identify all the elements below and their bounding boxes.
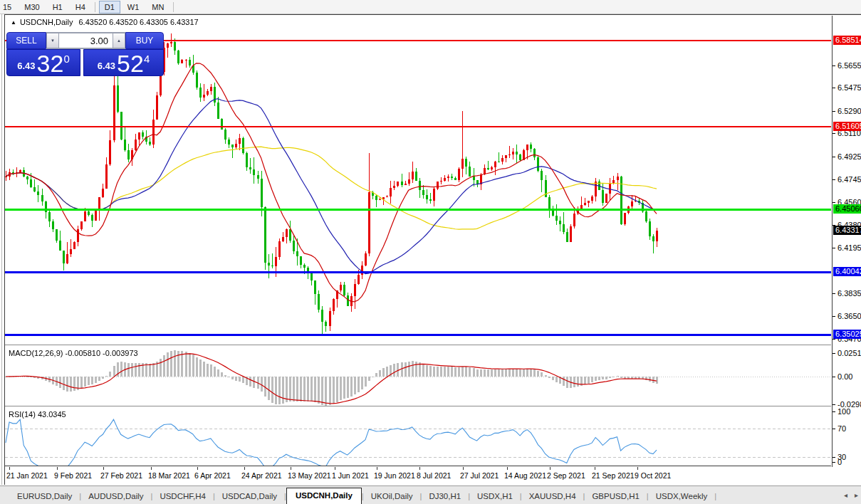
timeframe-button-m30[interactable]: M30 bbox=[19, 1, 45, 14]
tab-xauusd-h4[interactable]: XAUUSD,H4 bbox=[522, 489, 583, 504]
buy-price-big: 52 bbox=[117, 53, 144, 74]
date-tick-label: 2 Sep 2021 bbox=[547, 471, 585, 480]
price-tick bbox=[833, 88, 835, 88]
date-tick-label: 21 Sep 2021 bbox=[592, 471, 635, 480]
date-tick-label: 13 May 2021 bbox=[288, 471, 331, 480]
price-tick-label: 6.41950 bbox=[837, 243, 861, 252]
one-click-trading-panel: SELL ▼ ▲ BUY 6.43 32 0 6.43 52 4 bbox=[6, 32, 164, 76]
date-tick bbox=[9, 467, 10, 470]
chart-window: ▲ USDCNH,Daily 6.43520 6.43520 6.43305 6… bbox=[4, 14, 861, 485]
date-tick-label: 19 Jun 2021 bbox=[374, 471, 415, 480]
price-tick bbox=[833, 248, 835, 248]
collapse-triangle-icon[interactable]: ▲ bbox=[11, 19, 16, 26]
tab-usdcnh-daily[interactable]: USDCNH,Daily bbox=[286, 488, 362, 504]
sell-price-sup: 0 bbox=[63, 53, 69, 64]
chart-tab-bar: EURUSD,Daily|AUDUSD,Daily|USDCHF,H4|USDC… bbox=[0, 485, 861, 504]
date-tick bbox=[151, 467, 152, 470]
date-tick-label: 27 Feb 2021 bbox=[100, 471, 142, 480]
tab-ukoil-daily[interactable]: UKOil,Daily bbox=[364, 489, 420, 504]
tab-dj30-h1[interactable]: DJ30,H1 bbox=[422, 489, 468, 504]
tab-scroll-right-icon[interactable]: ▸ bbox=[855, 490, 858, 500]
price-tick bbox=[833, 65, 835, 66]
chart-symbol-label: USDCNH,Daily bbox=[20, 18, 73, 26]
tab-scroll-buttons: ◂ ▸ bbox=[844, 490, 858, 500]
tab-separator: | bbox=[714, 492, 716, 504]
price-level-label: 6.40042 bbox=[833, 267, 861, 276]
macd-tick-label: 0.025108 bbox=[837, 349, 861, 357]
timeframe-button-h4[interactable]: H4 bbox=[70, 1, 91, 14]
date-tick bbox=[103, 467, 104, 470]
price-chart-canvas[interactable] bbox=[5, 16, 831, 467]
tab-usdx-weekly[interactable]: USDX,Weekly bbox=[649, 489, 715, 504]
date-tick bbox=[463, 467, 464, 470]
rsi-tick bbox=[833, 462, 835, 463]
rsi-indicator-label: RSI(14) 43.0345 bbox=[9, 410, 66, 419]
date-tick bbox=[291, 467, 291, 470]
price-tick-label: 6.36500 bbox=[837, 312, 861, 320]
timeframe-button-h1[interactable]: H1 bbox=[47, 1, 68, 14]
sell-price-big: 32 bbox=[37, 53, 64, 74]
price-level-label: 6.43317 bbox=[833, 226, 861, 235]
tab-usdchf-h4[interactable]: USDCHF,H4 bbox=[152, 489, 213, 504]
price-tick bbox=[833, 339, 835, 340]
price-tick bbox=[833, 157, 835, 157]
macd-tick bbox=[833, 377, 835, 377]
date-tick bbox=[419, 467, 420, 470]
tab-usdcad-daily[interactable]: USDCAD,Daily bbox=[215, 489, 284, 504]
date-tick-label: 14 Aug 2021 bbox=[504, 471, 546, 480]
sell-price-display[interactable]: 6.43 32 0 bbox=[6, 49, 80, 76]
tab-usdx-h1[interactable]: USDX,H1 bbox=[470, 489, 520, 504]
price-tick-label: 6.49250 bbox=[837, 152, 861, 161]
date-tick-label: 6 Apr 2021 bbox=[194, 471, 231, 480]
date-tick-label: 18 Mar 2021 bbox=[148, 471, 190, 480]
date-tick-label: 27 Jul 2021 bbox=[460, 471, 499, 480]
volume-increase-button[interactable]: ▲ bbox=[113, 33, 125, 48]
price-tick bbox=[833, 293, 835, 294]
price-tick-label: 6.56550 bbox=[837, 61, 861, 70]
macd-tick-label: 0.00 bbox=[837, 372, 852, 381]
volume-decrease-button[interactable]: ▼ bbox=[46, 33, 59, 48]
date-tick-label: 24 Apr 2021 bbox=[241, 471, 282, 480]
buy-price-display[interactable]: 6.43 52 4 bbox=[83, 49, 164, 76]
date-tick-label: 1 Jun 2021 bbox=[332, 471, 369, 480]
tab-eurusd-daily[interactable]: EURUSD,Daily bbox=[10, 489, 79, 504]
tab-audusd-daily[interactable]: AUDUSD,Daily bbox=[81, 489, 150, 504]
sell-button[interactable]: SELL bbox=[6, 32, 46, 49]
timeframe-button-w1[interactable]: W1 bbox=[122, 1, 145, 14]
date-tick-label: 9 Oct 2021 bbox=[635, 471, 671, 480]
date-tick bbox=[507, 467, 508, 470]
price-tick bbox=[833, 179, 835, 180]
date-tick bbox=[637, 467, 638, 470]
price-tick-label: 6.47450 bbox=[837, 175, 861, 184]
date-tick bbox=[244, 467, 245, 470]
date-tick bbox=[550, 467, 550, 470]
rsi-tick bbox=[833, 411, 835, 412]
timeframe-button-mn[interactable]: MN bbox=[146, 1, 169, 14]
date-tick bbox=[335, 467, 335, 470]
volume-spinner: ▼ ▲ bbox=[46, 32, 125, 49]
sell-price-small: 6.43 bbox=[17, 61, 35, 71]
macd-indicator-label: MACD(12,26,9) -0.005810 -0.003973 bbox=[9, 349, 138, 357]
price-tick bbox=[833, 202, 835, 203]
rsi-tick-label: 0 bbox=[837, 458, 842, 466]
date-tick bbox=[57, 467, 58, 470]
date-tick-label: 21 Jan 2021 bbox=[6, 471, 48, 480]
date-axis: 21 Jan 20219 Feb 202127 Feb 202118 Mar 2… bbox=[5, 467, 861, 485]
timeframe-button-15[interactable]: 15 bbox=[0, 1, 17, 14]
rsi-tick-label: 70 bbox=[837, 424, 846, 433]
toolbar-separator bbox=[173, 2, 174, 12]
volume-input[interactable] bbox=[59, 33, 113, 48]
timeframe-toolbar: 15M30H1H4D1W1MN bbox=[0, 0, 861, 14]
date-tick bbox=[197, 467, 198, 470]
buy-price-small: 6.43 bbox=[98, 61, 115, 71]
price-level-label: 6.51605 bbox=[833, 122, 861, 131]
tab-scroll-left-icon[interactable]: ◂ bbox=[844, 490, 847, 500]
rsi-tick bbox=[833, 457, 835, 458]
timeframe-button-d1[interactable]: D1 bbox=[99, 1, 120, 14]
rsi-tick-label: 100 bbox=[837, 407, 850, 416]
price-tick-label: 6.54750 bbox=[837, 83, 861, 92]
price-level-label: 6.58514 bbox=[833, 36, 861, 45]
buy-button[interactable]: BUY bbox=[125, 32, 164, 49]
tab-gbpusd-h1[interactable]: GBPUSD,H1 bbox=[585, 489, 646, 504]
window-left-edge bbox=[1, 14, 2, 485]
